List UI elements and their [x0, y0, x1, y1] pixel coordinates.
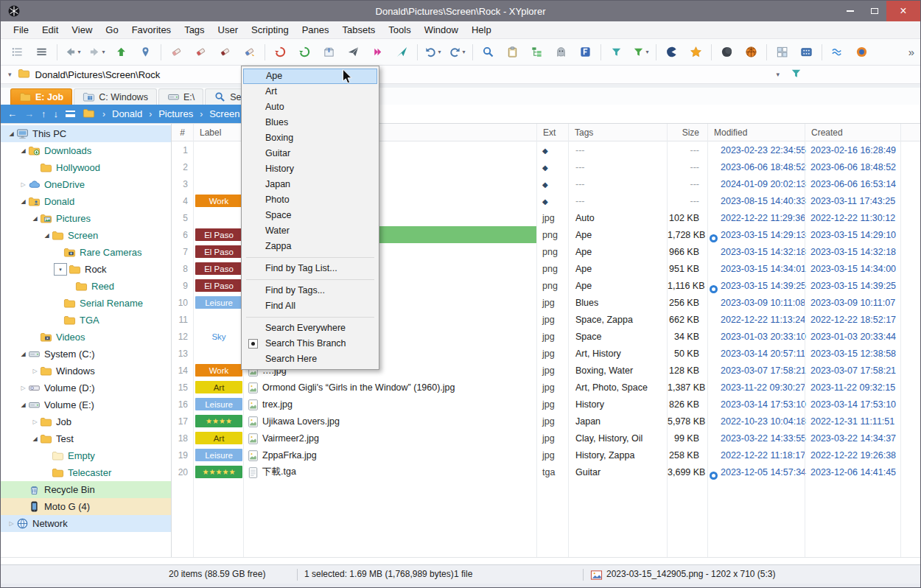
funnel-icon[interactable]	[790, 67, 802, 83]
eraser-pencil-icon[interactable]	[237, 42, 262, 63]
column-divider[interactable]	[707, 124, 708, 557]
expanded-arrow-icon[interactable]: ◢	[18, 147, 28, 154]
menu-item-history[interactable]: History	[243, 161, 377, 177]
menu-tags[interactable]: Tags	[178, 21, 211, 38]
package-icon[interactable]	[317, 42, 341, 63]
menu-item-blues[interactable]: Blues	[243, 115, 377, 130]
eraser-red-icon[interactable]	[189, 42, 213, 63]
column-divider[interactable]	[536, 124, 537, 557]
tree-item-windows[interactable]: ▷Windows	[1, 363, 171, 379]
eraser-dark-icon[interactable]	[213, 42, 237, 63]
menu-view[interactable]: View	[65, 21, 99, 38]
grid-icon[interactable]	[770, 42, 794, 63]
address-dropdown-icon[interactable]: ▾	[8, 71, 12, 78]
horizontal-scrollbar[interactable]	[1, 557, 920, 564]
menu-item-find-all[interactable]: Find All	[243, 298, 377, 314]
search-icon[interactable]	[476, 42, 500, 63]
browser-icon[interactable]	[850, 42, 874, 63]
column-divider[interactable]	[568, 124, 569, 557]
up-icon[interactable]	[109, 42, 133, 63]
double-chevron-icon[interactable]	[365, 42, 390, 63]
expanded-arrow-icon[interactable]: ◢	[30, 435, 40, 442]
flag-f-icon[interactable]	[573, 42, 598, 63]
file-name[interactable]: Ormond Gigli's “Girls in the Window” (19…	[244, 379, 537, 396]
breadcrumb-donald[interactable]: Donald	[112, 108, 142, 119]
pin-icon[interactable]	[133, 42, 158, 63]
collapsed-arrow-icon[interactable]: ▷	[18, 385, 28, 391]
expanded-arrow-icon[interactable]: ◢	[7, 130, 16, 137]
tree-item-onedrive[interactable]: ▷OneDrive	[1, 176, 171, 193]
tree-item-network[interactable]: ▷Network	[1, 515, 171, 532]
menu-item-search-this-branch[interactable]: Search This Branch	[243, 336, 377, 351]
send-icon[interactable]	[341, 42, 365, 63]
label-badge[interactable]: ★★★★★	[195, 466, 242, 478]
menu-tabsets[interactable]: Tabsets	[336, 21, 382, 38]
tree-export-icon[interactable]	[525, 42, 549, 63]
crumb-menu-icon[interactable]	[66, 111, 75, 117]
maximize-button[interactable]	[862, 1, 886, 21]
paste-icon[interactable]	[500, 42, 525, 63]
menu-item-water[interactable]: Water	[243, 223, 377, 239]
crumb-folder-icon[interactable]	[83, 107, 95, 122]
tab-e[interactable]: E:\	[158, 88, 203, 105]
tree-item-test[interactable]: ◢Test	[1, 430, 171, 447]
menu-item-photo[interactable]: Photo	[243, 192, 377, 208]
tree-item-videos[interactable]: Videos	[1, 329, 171, 346]
tree-item-donald[interactable]: ◢Donald	[1, 193, 171, 210]
label-badge[interactable]: El Paso	[195, 262, 242, 275]
expanded-arrow-icon[interactable]: ◢	[18, 351, 28, 357]
file-name[interactable]: 下載.tga	[244, 463, 537, 480]
nav-up-icon[interactable]: ↑	[41, 109, 46, 119]
column-header-modified[interactable]: Modified	[708, 127, 805, 138]
menu-item-guitar[interactable]: Guitar	[243, 146, 377, 161]
back-icon[interactable]: ▾	[60, 42, 85, 63]
menu-help[interactable]: Help	[465, 21, 498, 38]
tree-item-empty[interactable]: Empty	[1, 447, 171, 464]
column-header-size[interactable]: Size	[668, 127, 708, 138]
toolbar-overflow-icon[interactable]: »	[908, 46, 914, 58]
menu-file[interactable]: File	[7, 21, 35, 38]
address-path[interactable]: Donald\Pictures\Screen\Rock	[35, 69, 161, 80]
label-badge[interactable]: El Paso	[195, 228, 242, 241]
file-name[interactable]: Ujikawa Lovers.jpg	[244, 413, 537, 430]
customize-icon[interactable]	[5, 42, 29, 63]
tree-item-this-pc[interactable]: ◢This PC	[1, 125, 171, 142]
label-badge[interactable]: Leisure	[195, 296, 242, 309]
close-button[interactable]: ×	[886, 1, 920, 21]
menu-window[interactable]: Window	[418, 21, 465, 38]
forward-icon[interactable]: ▾	[85, 42, 109, 63]
expanded-arrow-icon[interactable]: ◢	[18, 402, 28, 408]
expanded-arrow-icon[interactable]: ◢	[30, 215, 40, 222]
tree-item-system-c[interactable]: ◢System (C:)	[1, 346, 171, 363]
favorite-star-icon[interactable]	[684, 42, 708, 63]
column-header-[interactable]: #	[172, 127, 194, 138]
nav-forward-icon[interactable]: →	[24, 109, 34, 119]
wave-icon[interactable]	[825, 42, 850, 63]
breadcrumb-pictures[interactable]: Pictures	[158, 108, 193, 119]
address-bar[interactable]: ▾ Donald\Pictures\Screen\Rock ▾	[1, 66, 920, 84]
title-bar[interactable]: Donald\Pictures\Screen\Rock - XYplorer ×	[1, 1, 920, 21]
collapsed-arrow-icon[interactable]: ▷	[30, 368, 40, 374]
file-name[interactable]: Vairmeer2.jpg	[244, 430, 537, 447]
redo-icon[interactable]: ▾	[445, 42, 469, 63]
expanded-arrow-icon[interactable]: ◢	[42, 232, 52, 239]
menu-item-find-by-tags[interactable]: Find by Tags...	[243, 283, 377, 298]
menu-item-find-by-tag-list[interactable]: Find by Tag List...	[243, 261, 377, 276]
label-badge[interactable]: Leisure	[195, 398, 242, 410]
menu-user[interactable]: User	[211, 21, 245, 38]
breadcrumb-screen[interactable]: Screen	[209, 108, 239, 119]
tree-item-rare-cameras[interactable]: Rare Cameras	[1, 244, 171, 261]
menu-item-space[interactable]: Space	[243, 208, 377, 223]
refresh-green-icon[interactable]	[293, 42, 317, 63]
nav-down-icon[interactable]: ↓	[54, 109, 59, 119]
file-row-20[interactable]: 20★★★★★下載.tgatgaGuitar3,699 KB2023-12-05…	[172, 463, 920, 480]
pacman-icon[interactable]	[659, 42, 684, 63]
label-badge[interactable]: El Paso	[195, 279, 242, 292]
file-row-15[interactable]: 15ArtOrmond Gigli's “Girls in the Window…	[172, 379, 920, 396]
file-row-16[interactable]: 16Leisuretrex.jpgjpgHistory826 KB2023-03…	[172, 396, 920, 413]
menu-tools[interactable]: Tools	[382, 21, 417, 38]
tree-item-pictures[interactable]: ◢Pictures	[1, 210, 171, 227]
menu-item-boxing[interactable]: Boxing	[243, 130, 377, 146]
menu-edit[interactable]: Edit	[35, 21, 65, 38]
tree-item-telecaster[interactable]: Telecaster	[1, 464, 171, 481]
